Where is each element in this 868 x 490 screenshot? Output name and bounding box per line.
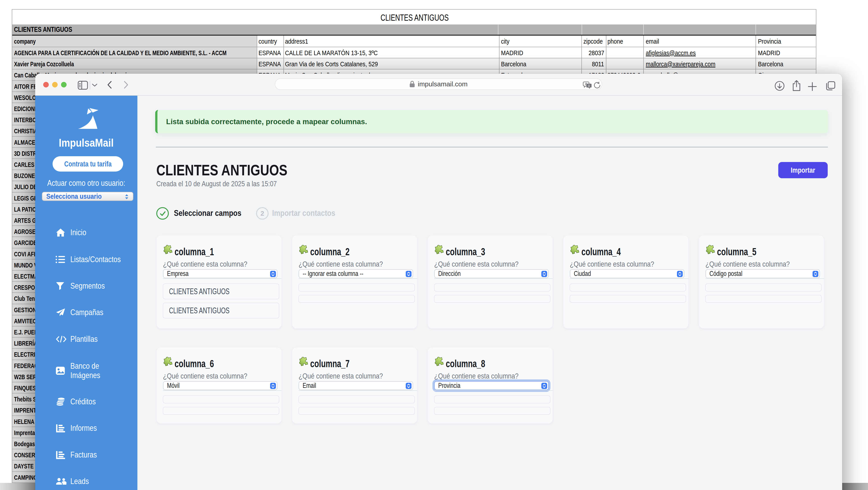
- svg-text:文: 文: [588, 84, 591, 88]
